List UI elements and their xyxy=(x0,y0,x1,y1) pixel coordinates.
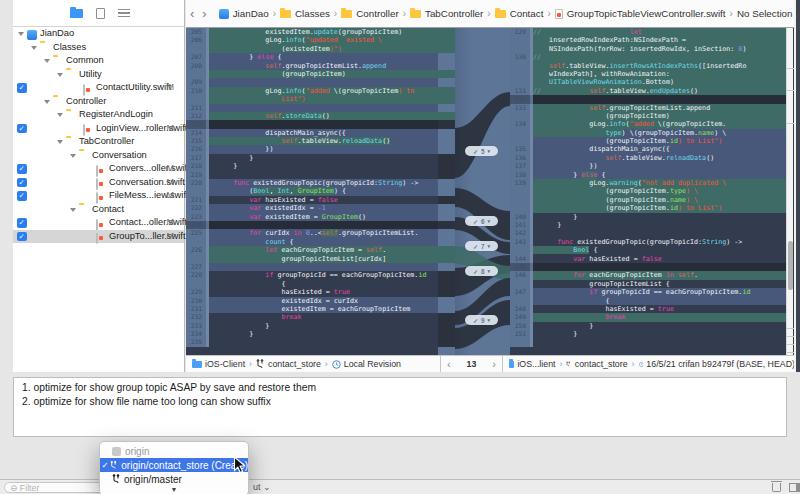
jumpbar-local[interactable]: iOS-Client › contact_store › Local Revis… xyxy=(186,356,441,372)
code-line: } xyxy=(209,330,438,338)
vertical-scrollbar[interactable] xyxy=(786,28,793,355)
jumpbar-branch[interactable]: contact_store xyxy=(268,359,321,369)
tree-row[interactable]: RegisterAndLogin xyxy=(13,108,184,122)
code-line: insertedRowIndexPath:NSIndexPath = xyxy=(533,36,786,44)
code-row: 137 }) xyxy=(510,162,786,170)
jumpbar-project[interactable]: iOS...lient xyxy=(517,359,555,369)
file-checkbox[interactable]: ✓ xyxy=(17,124,27,134)
trash-icon[interactable] xyxy=(772,483,781,492)
tree-row[interactable]: ✓FileMess...iew.swiftM xyxy=(13,189,184,203)
code-token: true xyxy=(658,305,674,313)
jumpbar-base[interactable]: iOS...lient › contact_store › 16/5/21 cr… xyxy=(503,356,795,372)
code-row: 226 let eachGroupTopicItem = self. xyxy=(186,246,438,254)
partial-control[interactable]: ut ⌄ xyxy=(253,482,271,492)
diff-change-pill[interactable]: ✓6▾ xyxy=(465,216,498,226)
jumpbar-project[interactable]: iOS-Client xyxy=(205,359,245,369)
tree-row[interactable]: Utility xyxy=(13,68,184,82)
change-marker xyxy=(438,238,455,246)
code-token: } xyxy=(533,330,577,338)
file-checkbox[interactable]: ✓ xyxy=(17,178,27,188)
code-row: UITableViewRowAnimation.Bottom) xyxy=(510,78,786,86)
list-view-icon[interactable] xyxy=(118,9,130,18)
code-token: .tableView. xyxy=(622,154,666,162)
disclosure-triangle-icon[interactable] xyxy=(70,154,76,158)
back-arrow[interactable]: ‹ xyxy=(186,1,198,27)
breadcrumb-item[interactable]: Classes xyxy=(280,8,330,19)
file-checkbox[interactable]: ✓ xyxy=(17,218,27,228)
code-token: dispatchMain_async({ xyxy=(533,145,670,153)
tree-row[interactable]: Common xyxy=(13,54,184,68)
disclosure-triangle-icon[interactable] xyxy=(44,100,50,104)
disclosure-triangle-icon[interactable] xyxy=(57,113,63,117)
diff-view[interactable]: 205 existedItem.update(groupTopicItem)20… xyxy=(186,28,795,355)
code-line xyxy=(533,338,786,346)
diff-change-pill[interactable]: ✓9▾ xyxy=(465,315,498,325)
diff-change-pill[interactable]: ✓7▾ xyxy=(465,241,498,251)
code-row: (existedItem)") xyxy=(186,45,438,53)
breadcrumb-item[interactable]: Controller xyxy=(341,8,398,19)
disclosure-triangle-icon[interactable] xyxy=(18,32,24,36)
code-row: 227 xyxy=(186,263,438,271)
change-marker xyxy=(438,187,455,195)
line-number: 142 xyxy=(510,229,533,237)
code-line: self.tableView.insertRowsAtIndexPaths([i… xyxy=(533,62,786,70)
next-change-button[interactable]: › xyxy=(492,358,496,370)
file-checkbox[interactable]: ✓ xyxy=(17,232,27,242)
tree-row[interactable]: ✓LoginView...roller.swiftM xyxy=(13,122,184,136)
disclosure-triangle-icon[interactable] xyxy=(31,46,37,50)
file-tree: JianDaoClassesCommonUtility✓ContactUtili… xyxy=(13,27,184,243)
diff-change-pill[interactable]: ✓5▾ xyxy=(465,146,498,156)
tree-row[interactable]: ✓ContactUtility.swiftM xyxy=(13,81,184,95)
tree-item-label: Utility xyxy=(79,68,102,82)
tree-row[interactable]: ✓Contact...oller.swiftM xyxy=(13,216,184,230)
breadcrumb-item[interactable]: JianDao xyxy=(219,8,269,19)
breadcrumb-item[interactable]: Contact xyxy=(495,8,544,19)
tree-row[interactable]: JianDao xyxy=(13,27,184,41)
file-view-icon[interactable] xyxy=(96,8,105,19)
panel-toggle-icon[interactable] xyxy=(789,483,800,492)
code-line: func existedGroupTopic(groupTopicId:Stri… xyxy=(209,179,438,187)
change-marker xyxy=(438,179,455,187)
file-checkbox[interactable]: ✓ xyxy=(17,164,27,174)
tree-row[interactable]: ✓Conversation.swiftM xyxy=(13,176,184,190)
jumpbar-revision[interactable]: Local Revision xyxy=(344,359,401,369)
popup-item-master[interactable]: origin/master xyxy=(100,472,248,486)
folder-view-icon[interactable] xyxy=(70,9,83,18)
file-checkbox[interactable]: ✓ xyxy=(17,83,27,93)
tree-row[interactable]: Controller xyxy=(13,95,184,109)
commit-message-input[interactable]: 1. optimize for show group topic ASAP by… xyxy=(13,377,787,437)
jumpbar-revision[interactable]: 16/5/21 crifan b92479f (BASE, HEAD) xyxy=(646,359,795,369)
scrollbar-thumb[interactable] xyxy=(788,241,793,290)
jumpbar-branch[interactable]: contact_store xyxy=(575,359,628,369)
code-line: (existedItem)") xyxy=(209,45,438,53)
tree-row[interactable]: ✓Convers...oller.swiftM xyxy=(13,162,184,176)
code-row: 233 } xyxy=(186,322,438,330)
code-line xyxy=(209,221,438,229)
disclosure-triangle-icon[interactable] xyxy=(70,208,76,212)
line-number: 217 xyxy=(186,154,209,162)
tree-row[interactable]: ✓GroupTo...ller.swiftM xyxy=(13,230,184,244)
breadcrumb-item[interactable]: GroupTopicTableViewController.swift xyxy=(555,8,726,19)
popup-item-contact-store[interactable]: ✓ origin/contact_store (Create) xyxy=(100,458,248,472)
popup-scroll-arrow[interactable]: ▼ xyxy=(100,486,248,494)
diff-change-pill[interactable]: ✓8▾ xyxy=(465,266,498,276)
tree-row[interactable]: Contact xyxy=(13,203,184,217)
breadcrumb-item[interactable]: TabController xyxy=(410,8,483,19)
code-pane-base[interactable]: 129// let insertedRowIndexPath:NSIndexPa… xyxy=(510,28,786,355)
tree-row[interactable]: Conversation xyxy=(13,149,184,163)
code-token: ..< xyxy=(310,229,322,237)
forward-arrow[interactable]: › xyxy=(198,1,210,27)
tree-row[interactable]: Classes xyxy=(13,41,184,55)
disclosure-triangle-icon[interactable] xyxy=(57,73,63,77)
disclosure-triangle-icon[interactable] xyxy=(57,140,63,144)
breadcrumb-label: GroupTopicTableViewController.swift xyxy=(567,8,726,19)
prev-change-button[interactable]: ‹ xyxy=(447,358,451,370)
change-number: 5 xyxy=(481,148,485,155)
disclosure-triangle-icon[interactable] xyxy=(44,59,50,63)
code-token: (groupTopicItem. xyxy=(533,187,670,195)
remote-icon xyxy=(112,447,121,456)
breadcrumb-item[interactable]: No Selection xyxy=(737,8,793,19)
code-pane-local[interactable]: 205 existedItem.update(groupTopicItem)20… xyxy=(186,28,438,355)
file-checkbox[interactable]: ✓ xyxy=(17,191,27,201)
tree-row[interactable]: TabController xyxy=(13,135,184,149)
